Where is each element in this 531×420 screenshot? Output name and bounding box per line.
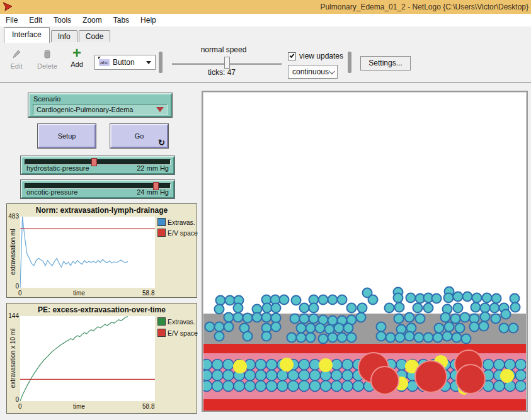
hydrostatic-pressure-slider: hydrostatic-pressure 22 mm Hg [21,156,174,174]
view-updates-checkbox[interactable] [288,52,296,60]
plot-canvas [20,217,155,288]
add-label: Add [66,60,88,68]
y-axis-label: extravasation ml [9,229,16,275]
edit-label: Edit [5,62,28,70]
window-title: Pulmonary_Edema_01_2 - NetLogo {C:\Users… [320,0,528,14]
slider-value: 22 mm Hg [137,164,169,172]
legend-label: Extravas. [168,318,195,326]
slider-name: oncotic-pressure [26,188,77,196]
setup-label: Setup [58,132,76,140]
plus-icon: + [72,44,81,61]
setup-button[interactable]: Setup [38,124,96,148]
legend-label: E/V space [168,329,198,337]
checkmark-icon [290,53,295,58]
menu-tools[interactable]: Tools [48,14,77,26]
chevron-down-icon [329,68,335,74]
title-bar: Pulmonary_Edema_01_2 - NetLogo {C:\Users… [0,0,531,14]
x-max-tick: 58.8 [142,403,154,410]
legend-entry: E/V space [157,329,198,337]
legend-label: Extravas. [168,219,195,226]
menu-bar: FileEditToolsZoomTabsHelp [0,14,531,26]
interface-canvas: Scenario Cardiogenic-Pulmonary-Edema Set… [0,82,531,420]
forever-icon: ↻ [158,139,165,147]
legend-entry: E/V space [157,229,198,237]
widget-type-value: Button [113,58,135,67]
pencil-icon [11,48,22,60]
oncotic-pressure-slider: oncotic-pressure 24 mm Hg [21,180,174,198]
slider-value: 24 mm Hg [137,188,169,196]
scenario-value: Cardiogenic-Pulmonary-Edema [37,106,133,113]
add-button[interactable]: + Add [66,47,88,68]
speed-slider-label: normal speed [173,45,274,54]
scenario-dropdown[interactable]: Cardiogenic-Pulmonary-Edema [33,104,168,115]
legend-color-swatch [157,329,166,337]
scenario-chooser: Scenario Cardiogenic-Pulmonary-Edema [28,93,172,117]
menu-help[interactable]: Help [135,14,162,26]
go-button[interactable]: Go ↻ [110,124,168,148]
plot-area [20,217,155,288]
settings-button[interactable]: Settings... [360,56,411,71]
dropdown-arrow-icon [146,61,151,64]
update-mode-value: continuous [292,67,329,76]
world-view[interactable] [203,93,526,411]
legend-entry: Extravas. [157,218,195,226]
button-widget-icon: abc [99,59,110,66]
view-updates-label: view updates [299,52,343,60]
y-axis-label: extravasation x 10 ml [9,329,16,389]
tab-info[interactable]: Info [51,30,77,43]
y-max-tick: 144 [7,312,19,319]
delete-button[interactable]: Delete [33,48,62,70]
delete-label: Delete [33,62,62,70]
x-axis-label: time [73,290,85,297]
plot-title: Norm: extravasation-lymph-drainage [7,206,197,215]
chooser-label: Scenario [33,95,60,103]
x-min-tick: 0 [18,403,22,410]
x-min-tick: 0 [18,290,22,297]
plot-title: PE: excess-extravasation-over-time [7,305,197,314]
menu-edit[interactable]: Edit [23,14,48,26]
go-label: Go [135,132,144,140]
speed-slider-handle[interactable] [224,57,230,69]
toolbar-separator [159,52,163,73]
chooser-arrow-icon [156,107,164,112]
x-max-tick: 58.8 [142,290,154,297]
y-max-tick: 483 [7,213,19,220]
widget-type-dropdown[interactable]: abc Button [94,55,156,70]
menu-tabs[interactable]: Tabs [108,14,135,26]
menu-zoom[interactable]: Zoom [77,14,108,26]
legend-color-swatch [157,317,166,326]
ticks-counter: ticks: 47 [171,68,272,77]
legend-color-swatch [157,218,166,226]
legend-color-swatch [157,229,166,237]
world-view-frame [202,91,528,412]
x-axis-label: time [73,403,85,410]
toolbar-separator-2 [348,52,351,73]
plot-norm-extravasation: Norm: extravasation-lymph-drainage 483 0… [6,203,197,298]
y-min-tick: 0 [7,283,19,290]
interface-toolbar: Edit Delete + Add abc Button normal spee… [0,42,531,82]
plot-canvas [20,316,155,401]
menu-file[interactable]: File [0,14,23,26]
slider-handle[interactable] [91,158,97,166]
slider-name: hydrostatic-pressure [26,164,89,172]
edit-button[interactable]: Edit [5,48,28,70]
tab-strip: InterfaceInfoCode [0,26,531,42]
netlogo-window: Pulmonary_Edema_01_2 - NetLogo {C:\Users… [0,0,531,420]
update-mode-dropdown[interactable]: continuous [288,65,338,79]
y-min-tick: 0 [7,396,19,403]
legend-entry: Extravas. [157,317,195,326]
netlogo-app-icon [3,2,13,12]
trash-icon [42,48,53,60]
plot-area [20,316,155,401]
plot-pe-excess-extravasation: PE: excess-extravasation-over-time 144 0… [6,303,197,414]
tab-code[interactable]: Code [79,30,111,43]
legend-label: E/V space [168,229,198,237]
tab-interface[interactable]: Interface [4,27,50,43]
